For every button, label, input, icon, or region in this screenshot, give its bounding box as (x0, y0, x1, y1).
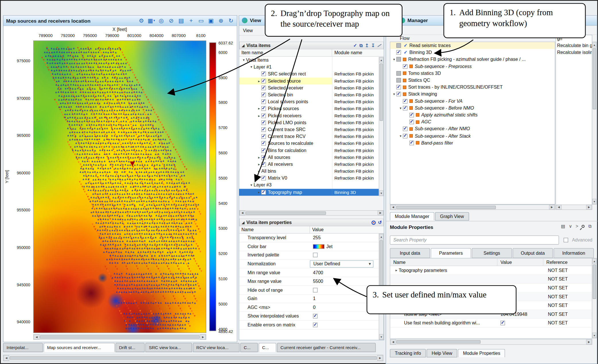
vista-property-row[interactable]: Color barJet (239, 242, 379, 251)
vista-tree-row[interactable]: ▸All sourcesRefraction FB pickin (239, 154, 384, 161)
vista-tree-row[interactable]: Bins for calculationRefraction FB pickin (239, 147, 384, 154)
vista-property-row[interactable]: Gain1 (239, 295, 379, 303)
expander-closed-icon[interactable]: ▸ (257, 170, 261, 173)
context-menu-item[interactable]: Recalculate isoline (556, 49, 592, 56)
property-dropdown[interactable]: User Defined▼ (310, 260, 373, 267)
manager-bottom-tab[interactable]: Module Properties (458, 349, 505, 357)
expander-open-icon[interactable]: ▾ (392, 58, 396, 61)
item-checkbox[interactable] (261, 148, 266, 153)
item-checkbox[interactable] (261, 190, 266, 194)
scroll-right-icon[interactable]: ▶ (200, 334, 206, 339)
expander-closed-icon[interactable]: ▸ (257, 114, 261, 118)
workflow-row[interactable]: Sort traces - by INLINE/CROSSLINE/OFFSET (390, 84, 555, 91)
property-checkbox[interactable] (313, 253, 318, 258)
manager-view-tab[interactable]: Graph View (435, 212, 469, 221)
column-reference[interactable]: Reference (543, 258, 592, 266)
side-horizontal-scrollbar[interactable]: ◀ ▶ (556, 205, 592, 210)
item-checkbox[interactable] (261, 100, 266, 104)
module-checkbox[interactable] (396, 50, 401, 55)
workflow-row[interactable]: ▾Stack imaging (390, 91, 555, 98)
vista-tree-horizontal-scrollbar[interactable]: ◀ ▶ (239, 210, 384, 216)
view-tab[interactable]: Map sources and receiver... (44, 343, 115, 352)
module-checkbox[interactable] (396, 57, 401, 62)
scroll-down-icon[interactable]: ▼ (592, 332, 597, 338)
workflow-row[interactable]: ▾Sub-sequence - Before NMO (390, 105, 555, 112)
dropdown-arrow-icon[interactable]: ▼ (368, 262, 371, 266)
workflow-row[interactable]: Sub-sequence - For VA (390, 98, 555, 105)
scrollbar-thumb[interactable] (593, 48, 596, 109)
scrollbar-thumb[interactable] (246, 211, 326, 215)
view-tab[interactable]: Drift st... (115, 343, 144, 352)
topography-map-canvas[interactable] (33, 40, 206, 333)
scroll-right-icon[interactable]: ▶ (586, 339, 592, 344)
vista-tree-row[interactable]: Matrix V0Refraction FB pickin (239, 175, 384, 182)
vista-properties-header[interactable]: ◢ Vista item properties ↺ (239, 219, 384, 226)
column-value[interactable]: Value (310, 226, 384, 233)
table-horizontal-scrollbar[interactable]: ◀ ▶ (390, 339, 592, 345)
data-source-icon[interactable]: ▤ (561, 224, 565, 229)
vista-tree-row[interactable]: ▸Picked receiversRefraction FB pickin (239, 112, 384, 119)
view-tab[interactable]: RCV view loca... (193, 343, 240, 352)
layers-icon[interactable]: ▤ (177, 16, 186, 24)
module-checkbox[interactable] (403, 106, 407, 110)
item-checkbox[interactable] (261, 120, 266, 125)
link-items-icon[interactable] (378, 44, 382, 47)
module-checkbox[interactable] (396, 78, 401, 83)
item-checkbox[interactable] (261, 113, 266, 118)
item-checkbox[interactable] (261, 141, 266, 146)
vista-tree-row[interactable]: Sources to recalculateRefraction FB pick… (239, 140, 384, 147)
scroll-down-icon[interactable]: ▼ (592, 199, 597, 204)
snapshot-icon[interactable]: ▣ (207, 16, 216, 24)
expander-closed-icon[interactable]: ▸ (257, 190, 261, 194)
module-properties-tab[interactable]: Input data (390, 248, 430, 258)
expander-open-icon[interactable]: ▾ (392, 92, 396, 96)
column-name[interactable]: Name (239, 226, 310, 233)
expander-open-icon[interactable]: ▾ (241, 58, 246, 62)
pan-crosshair-icon[interactable]: + (187, 16, 196, 24)
view-tab[interactable]: SRC view loca... (145, 343, 192, 352)
expander-closed-icon[interactable]: ▸ (257, 155, 261, 159)
module-checkbox[interactable] (403, 64, 407, 69)
scrollbar-thumb[interactable] (9, 356, 377, 360)
column-name[interactable]: Name (390, 258, 497, 266)
item-checkbox[interactable] (261, 72, 266, 76)
collapse-icon[interactable]: ∨ (569, 224, 572, 229)
view-tab[interactable]: Current receiver gather - Current receiv… (277, 343, 376, 352)
vista-property-row[interactable]: Inverted palette (239, 251, 379, 260)
vista-property-row[interactable]: AGC <ms>0 (239, 303, 379, 312)
export-items-icon[interactable]: ↥ (365, 43, 369, 48)
scroll-left-icon[interactable]: ◀ (390, 205, 396, 209)
view-tab[interactable]: C... (259, 343, 276, 352)
vista-property-row[interactable]: NormalizationUser Defined▼ (239, 260, 379, 268)
expander-open-icon[interactable]: ▾ (398, 106, 403, 110)
scroll-left-icon[interactable]: ◀ (556, 205, 562, 209)
workflow-row[interactable]: Sub-sequence - Preprocess (390, 63, 555, 70)
vista-property-row[interactable]: Enable errors on matrix (239, 321, 379, 329)
zoom-tool-icon[interactable]: ◎ (157, 16, 166, 24)
workflow-row[interactable]: Band-pass filter (390, 139, 555, 146)
module-checkbox[interactable] (396, 43, 401, 48)
workflow-row[interactable]: ▾Refraction FB picking - azimuthal solve… (390, 56, 555, 63)
popout-icon[interactable]: ⧉ (588, 224, 591, 229)
collapse-section-icon[interactable]: ◢ (242, 44, 244, 47)
scroll-right-icon[interactable]: ▶ (378, 211, 383, 215)
delete-pick-icon[interactable]: ⊘ (167, 16, 176, 24)
module-checkbox[interactable] (409, 113, 414, 117)
module-checkbox[interactable] (409, 141, 414, 145)
item-checkbox[interactable] (261, 155, 266, 160)
module-checkbox[interactable] (396, 71, 401, 76)
scroll-down-icon[interactable]: ▼ (379, 334, 384, 340)
vista-tree-row[interactable]: ▾Vista Items (239, 57, 384, 63)
property-checkbox[interactable] (313, 323, 318, 327)
module-properties-tab[interactable]: Information (554, 248, 594, 258)
vista-tree-row[interactable]: ▾Layer #3 (239, 182, 384, 189)
scrollbar-thumb[interactable] (40, 335, 200, 339)
workflow-row[interactable]: Statics QC (390, 77, 555, 84)
expander-open-icon[interactable]: ▾ (249, 183, 254, 187)
vista-tree-row[interactable]: ▸All binsRefraction FB pickin (239, 168, 384, 175)
record-target-icon[interactable] (371, 220, 376, 225)
expander-closed-icon[interactable]: ▸ (257, 162, 261, 166)
vista-tree-row[interactable]: Selected binRefraction FB pickin (239, 91, 384, 98)
module-properties-tab[interactable]: Parameters (431, 248, 471, 258)
pin-icon[interactable] (581, 224, 585, 228)
